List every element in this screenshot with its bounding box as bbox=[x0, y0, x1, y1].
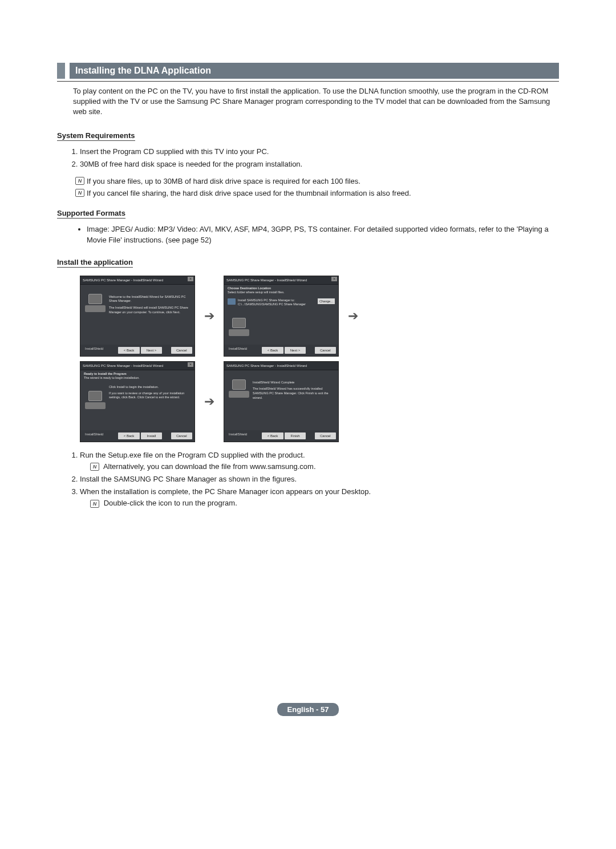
list-item: Install the SAMSUNG PC Share Manager as … bbox=[80, 474, 559, 484]
window-text: InstallShield Wizard Complete The Instal… bbox=[253, 373, 334, 428]
subheading-system-requirements: System Requirements bbox=[57, 131, 135, 141]
note-icon: N bbox=[90, 463, 99, 471]
window-title: SAMSUNG PC Share Manager - InstallShield… bbox=[83, 278, 163, 282]
intro-paragraph: To play content on the PC on the TV, you… bbox=[57, 86, 559, 118]
back-button: < Back bbox=[262, 432, 283, 439]
wizard-row: SAMSUNG PC Share Manager - InstallShield… bbox=[80, 276, 559, 357]
section-title-wrap: Installing the DLNA Application bbox=[70, 63, 559, 79]
section-accent-bar bbox=[57, 63, 65, 79]
window-titlebar: SAMSUNG PC Share Manager - InstallShield… bbox=[224, 362, 338, 370]
install-path-row: Install SAMSUNG PC Share Manager to: C:\… bbox=[224, 296, 338, 309]
finish-button: Finish bbox=[285, 432, 306, 439]
next-button: Next > bbox=[285, 347, 306, 354]
install-button: Install bbox=[141, 432, 163, 439]
wizard-body-text: The InstallShield Wizard will install SA… bbox=[109, 306, 190, 314]
install-steps-list: Run the Setup.exe file on the Program CD… bbox=[57, 450, 559, 509]
arrow-right-icon: ➔ bbox=[195, 394, 224, 409]
note-text: Alternatively, you can download the file… bbox=[103, 462, 316, 471]
note-item: N Alternatively, you can download the fi… bbox=[90, 462, 559, 472]
computer-icon bbox=[85, 391, 106, 409]
close-icon: × bbox=[188, 277, 193, 281]
wizard-ready-window: SAMSUNG PC Share Manager - InstallShield… bbox=[80, 361, 195, 442]
page-footer: English - 57 bbox=[57, 703, 559, 716]
window-buttons: InstallShield < Back Next > Cancel bbox=[224, 345, 338, 356]
installshield-label: InstallShield bbox=[226, 347, 261, 354]
window-buttons: InstallShield < Back Install Cancel bbox=[80, 430, 194, 442]
window-subheader: Choose Destination Location Select folde… bbox=[224, 285, 338, 296]
wizard-destination-window: SAMSUNG PC Share Manager - InstallShield… bbox=[224, 276, 339, 357]
computer-icon bbox=[85, 294, 106, 312]
window-title: SAMSUNG PC Share Manager - InstallShield… bbox=[226, 278, 307, 282]
cancel-button: Cancel bbox=[171, 347, 193, 354]
list-item: Run the Setup.exe file on the Program CD… bbox=[80, 450, 559, 472]
window-title: SAMSUNG PC Share Manager - InstallShield… bbox=[226, 364, 307, 367]
window-text: Welcome to the InstallShield Wizard for … bbox=[109, 287, 190, 342]
wizard-screenshots: SAMSUNG PC Share Manager - InstallShield… bbox=[57, 276, 559, 442]
note-item: N Double-click the icon to run the progr… bbox=[90, 498, 559, 508]
path-value: C:\...\SAMSUNG\SAMSUNG PC Share Manager bbox=[238, 302, 314, 306]
window-body bbox=[224, 309, 338, 344]
wizard-row: SAMSUNG PC Share Manager - InstallShield… bbox=[80, 361, 559, 442]
back-button: < Back bbox=[262, 347, 283, 354]
window-buttons: InstallShield < Back Finish Cancel bbox=[224, 430, 338, 442]
sub-line: The wizard is ready to begin installatio… bbox=[84, 376, 191, 380]
computer-icon bbox=[229, 318, 249, 336]
arrow-right-icon: ➔ bbox=[195, 309, 224, 324]
system-requirements-block: System Requirements Insert the Program C… bbox=[57, 127, 559, 199]
back-button: < Back bbox=[118, 347, 140, 354]
wizard-complete-window: SAMSUNG PC Share Manager - InstallShield… bbox=[224, 361, 339, 442]
folder-icon bbox=[228, 298, 236, 305]
window-body: Welcome to the InstallShield Wizard for … bbox=[80, 285, 194, 345]
close-icon: × bbox=[331, 277, 337, 281]
window-titlebar: SAMSUNG PC Share Manager - InstallShield… bbox=[80, 362, 194, 370]
requirements-list: Insert the Program CD supplied with this… bbox=[57, 147, 559, 169]
note-icon: N bbox=[75, 177, 84, 185]
note-icon: N bbox=[75, 189, 84, 197]
next-button: Next > bbox=[141, 347, 163, 354]
change-button: Change... bbox=[318, 298, 335, 304]
note-icon: N bbox=[90, 500, 99, 508]
wizard-welcome-window: SAMSUNG PC Share Manager - InstallShield… bbox=[80, 276, 195, 357]
window-titlebar: SAMSUNG PC Share Manager - InstallShield… bbox=[80, 276, 194, 285]
window-titlebar: SAMSUNG PC Share Manager - InstallShield… bbox=[224, 276, 338, 285]
sub-line: Ready to Install the Program bbox=[84, 372, 191, 376]
installshield-label: InstallShield bbox=[226, 432, 261, 439]
divider bbox=[57, 81, 559, 82]
step-text: Run the Setup.exe file on the Program CD… bbox=[80, 451, 305, 459]
computer-icon bbox=[229, 379, 249, 398]
wizard-body-text: Click Install to begin the installation. bbox=[109, 385, 190, 390]
window-body: Click Install to begin the installation.… bbox=[80, 382, 194, 430]
wizard-heading: InstallShield Wizard Complete bbox=[253, 381, 334, 385]
wizard-body-text: The InstallShield Wizard has successfull… bbox=[253, 387, 334, 400]
sub-line: Choose Destination Location bbox=[228, 286, 335, 290]
note-text: If you cancel file sharing, the hard dis… bbox=[87, 189, 411, 197]
formats-list: Image: JPEG/ Audio: MP3/ Video: AVI, MKV… bbox=[57, 224, 559, 245]
window-body: InstallShield Wizard Complete The Instal… bbox=[224, 370, 338, 430]
note-text: If you share files, up to 30MB of hard d… bbox=[87, 177, 360, 185]
list-item: 30MB of free hard disk space is needed f… bbox=[80, 159, 559, 169]
close-icon: × bbox=[188, 362, 193, 367]
list-item: Image: JPEG/ Audio: MP3/ Video: AVI, MKV… bbox=[87, 224, 559, 245]
subheading-install-application: Install the application bbox=[57, 258, 133, 268]
section-header: Installing the DLNA Application bbox=[57, 63, 559, 79]
page-number: English - 57 bbox=[277, 703, 339, 716]
back-button: < Back bbox=[118, 432, 140, 439]
cancel-button: Cancel bbox=[315, 432, 337, 439]
note-item: N If you share files, up to 30MB of hard… bbox=[87, 176, 559, 187]
note-text: Double-click the icon to run the program… bbox=[104, 499, 237, 507]
note-list: N If you share files, up to 30MB of hard… bbox=[57, 176, 559, 199]
install-application-block: Install the application SAMSUNG PC Share… bbox=[57, 253, 559, 509]
arrow-right-icon: ➔ bbox=[339, 309, 367, 324]
note-item: N If you cancel file sharing, the hard d… bbox=[87, 188, 559, 199]
list-item: Insert the Program CD supplied with this… bbox=[80, 147, 559, 157]
cancel-button: Cancel bbox=[315, 347, 337, 354]
window-subheader: Ready to Install the Program The wizard … bbox=[80, 370, 194, 382]
section-title: Installing the DLNA Application bbox=[75, 66, 211, 75]
window-title: SAMSUNG PC Share Manager - InstallShield… bbox=[83, 364, 163, 367]
installshield-label: InstallShield bbox=[83, 347, 117, 354]
step-text: When the installation is complete, the P… bbox=[80, 487, 371, 496]
supported-formats-block: Supported Formats Image: JPEG/ Audio: MP… bbox=[57, 204, 559, 245]
wizard-heading: Welcome to the InstallShield Wizard for … bbox=[109, 295, 190, 304]
installshield-label: InstallShield bbox=[83, 432, 117, 439]
step-note: N Double-click the icon to run the progr… bbox=[80, 498, 559, 508]
